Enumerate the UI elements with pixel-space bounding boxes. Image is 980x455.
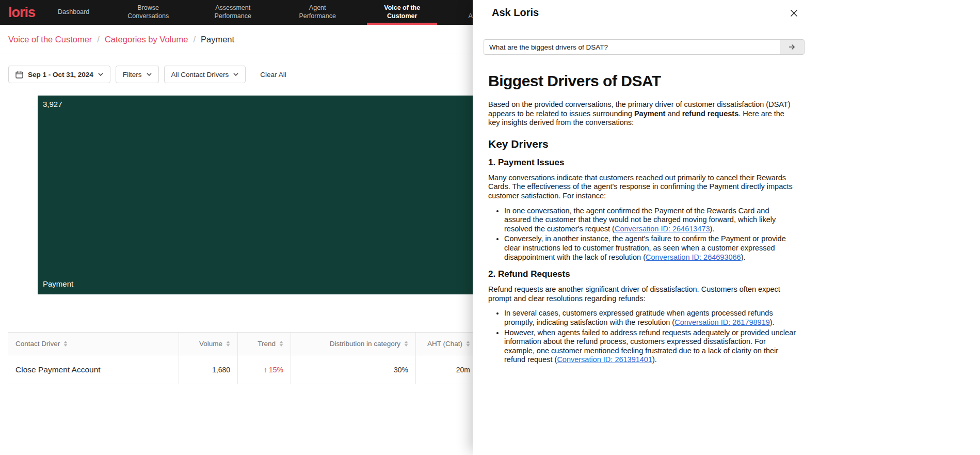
date-range-picker[interactable]: Sep 1 - Oct 31, 2024 bbox=[8, 66, 110, 83]
cell-volume: 1,680 bbox=[179, 355, 237, 384]
ask-question-input[interactable] bbox=[484, 39, 780, 55]
payment-issues-heading: 1. Payment Issues bbox=[488, 158, 797, 168]
sort-icon[interactable] bbox=[466, 341, 470, 347]
column-header-contact-driver[interactable]: Contact Driver bbox=[8, 333, 179, 355]
cell-aht: 20m bbox=[415, 355, 477, 384]
treemap-segment-label: Payment bbox=[43, 279, 73, 288]
column-header-trend[interactable]: Trend bbox=[237, 333, 291, 355]
refund-requests-list: In several cases, customers expressed gr… bbox=[488, 309, 797, 365]
cell-trend: ↑ 15% bbox=[237, 355, 291, 384]
chevron-down-icon bbox=[98, 73, 103, 76]
payment-issues-list: In one conversation, the agent confirmed… bbox=[488, 207, 797, 262]
list-item: In several cases, customers expressed gr… bbox=[504, 309, 797, 327]
conversation-link[interactable]: Conversation ID: 261798919 bbox=[674, 318, 770, 326]
conversation-link[interactable]: Conversation ID: 264693066 bbox=[646, 253, 741, 261]
response-intro: Based on the provided conversations, the… bbox=[488, 100, 797, 128]
list-item: However, when agents failed to address r… bbox=[504, 328, 797, 365]
refund-requests-heading: 2. Refund Requests bbox=[488, 269, 797, 279]
key-drivers-heading: Key Drivers bbox=[488, 138, 797, 150]
filter-row: Sep 1 - Oct 31, 2024 Filters All Contact… bbox=[8, 66, 286, 83]
calendar-icon bbox=[15, 71, 23, 79]
nav-item-agent-performance[interactable]: Agent Performance bbox=[278, 0, 357, 25]
close-icon[interactable] bbox=[786, 6, 801, 20]
sort-icon[interactable] bbox=[404, 341, 408, 347]
cell-contact-driver: Close Payment Account bbox=[8, 355, 179, 384]
arrow-right-icon bbox=[788, 43, 796, 51]
conversation-link[interactable]: Conversation ID: 261391401 bbox=[557, 355, 652, 364]
breadcrumb-current-payment: Payment bbox=[201, 35, 234, 44]
chevron-down-icon bbox=[233, 73, 238, 76]
conversation-link[interactable]: Conversation ID: 264613473 bbox=[615, 225, 710, 233]
nav-item-assessment-performance[interactable]: Assessment Performance bbox=[194, 0, 272, 25]
nav-item-browse-conversations[interactable]: Browse Conversations bbox=[109, 0, 187, 25]
loris-logo[interactable]: loris bbox=[0, 0, 44, 25]
payment-issues-intro: Many conversations indicate that custome… bbox=[488, 174, 797, 201]
chevron-down-icon bbox=[147, 73, 152, 76]
panel-title: Ask Loris bbox=[492, 7, 539, 19]
breadcrumb-categories-by-volume[interactable]: Categories by Volume bbox=[105, 35, 188, 44]
nav-item-voice-of-the-customer[interactable]: Voice of the Customer bbox=[363, 0, 441, 25]
breadcrumb-separator: / bbox=[97, 35, 100, 44]
ask-loris-response: Biggest Drivers of DSAT Based on the pro… bbox=[488, 72, 797, 371]
column-header-distribution-in-category[interactable]: Distribution in category bbox=[291, 333, 415, 355]
breadcrumb-separator: / bbox=[193, 35, 196, 44]
ask-loris-panel: Ask Loris Biggest Drivers of DSAT Based … bbox=[473, 0, 980, 455]
app: loris Dashboard Browse Conversations Ass… bbox=[0, 0, 980, 455]
treemap-total-count: 3,927 bbox=[43, 100, 62, 108]
sort-icon[interactable] bbox=[226, 341, 230, 347]
ask-input-row bbox=[484, 39, 805, 55]
response-title: Biggest Drivers of DSAT bbox=[488, 72, 797, 90]
contact-drivers-dropdown[interactable]: All Contact Drivers bbox=[164, 66, 246, 83]
sort-icon[interactable] bbox=[279, 341, 283, 347]
filters-dropdown[interactable]: Filters bbox=[116, 66, 159, 83]
column-header-aht-chat[interactable]: AHT (Chat) bbox=[415, 333, 477, 355]
clear-all-button[interactable]: Clear All bbox=[260, 71, 286, 79]
list-item: Conversely, in another instance, the age… bbox=[504, 234, 797, 262]
list-item: In one conversation, the agent confirmed… bbox=[504, 207, 797, 234]
cell-distribution: 30% bbox=[291, 355, 415, 384]
sort-icon[interactable] bbox=[63, 341, 68, 347]
column-header-volume[interactable]: Volume bbox=[179, 333, 237, 355]
refund-requests-intro: Refund requests are another significant … bbox=[488, 285, 797, 303]
breadcrumb-voice-of-the-customer[interactable]: Voice of the Customer bbox=[8, 35, 92, 44]
trend-up-arrow-icon: ↑ bbox=[264, 366, 267, 374]
submit-question-button[interactable] bbox=[780, 39, 805, 55]
nav-item-dashboard[interactable]: Dashboard bbox=[44, 0, 103, 25]
